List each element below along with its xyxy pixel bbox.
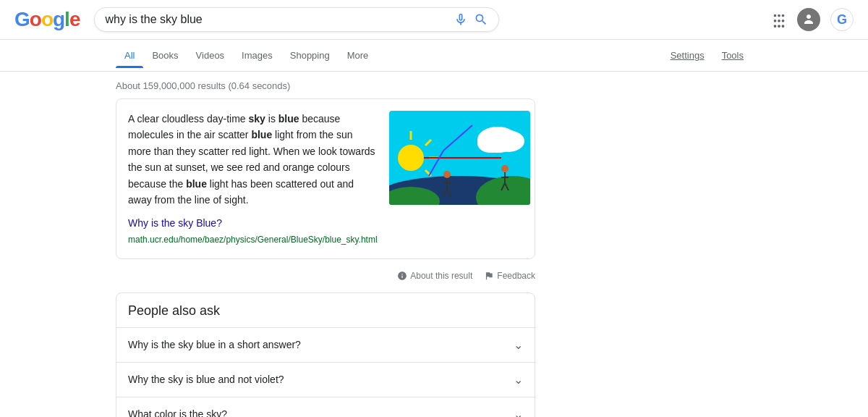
search-button[interactable] xyxy=(474,12,488,27)
tab-images[interactable]: Images xyxy=(233,43,281,68)
paa-question-2: Why the sky is blue and not violet? xyxy=(128,374,284,385)
logo-letter-g2: g xyxy=(53,8,64,30)
mic-icon[interactable] xyxy=(454,12,468,27)
paa-item-2[interactable]: Why the sky is blue and not violet? ⌄ xyxy=(116,362,535,397)
tools-link[interactable]: Tools xyxy=(713,43,752,68)
svg-point-22 xyxy=(501,165,509,172)
tab-all[interactable]: All xyxy=(116,43,143,68)
svg-point-17 xyxy=(443,171,451,178)
featured-snippet: A clear cloudless day-time sky is blue b… xyxy=(116,98,535,259)
results-count: About 159,000,000 results (0.64 seconds) xyxy=(116,72,535,98)
snippet-url: math.ucr.edu/home/baez/physics/General/B… xyxy=(128,233,378,247)
flag-icon xyxy=(484,271,494,281)
tab-shopping[interactable]: Shopping xyxy=(281,43,339,68)
google-logo[interactable]: Google xyxy=(14,8,80,31)
chevron-down-icon-3: ⌄ xyxy=(514,408,523,417)
account-icon[interactable] xyxy=(797,8,820,31)
header-right: G xyxy=(771,8,854,31)
snippet-text: A clear cloudless day-time sky is blue b… xyxy=(128,111,378,247)
snippet-title-link[interactable]: Why is the sky Blue? xyxy=(128,217,222,229)
feedback-button[interactable]: Feedback xyxy=(484,271,535,281)
logo-letter-e: e xyxy=(69,8,80,30)
snippet-image xyxy=(389,111,530,205)
snippet-link: Why is the sky Blue? math.ucr.edu/home/b… xyxy=(128,215,378,247)
results-area: About 159,000,000 results (0.64 seconds)… xyxy=(0,72,535,417)
paa-question-3: What color is the sky? xyxy=(128,408,227,417)
paa-item-3[interactable]: What color is the sky? ⌄ xyxy=(116,397,535,417)
info-icon xyxy=(397,271,407,281)
g-letter: G xyxy=(837,12,847,28)
apps-icon[interactable] xyxy=(771,12,787,28)
google-account-icon[interactable]: G xyxy=(830,8,854,31)
header: Google why is the sky blue xyxy=(0,0,868,40)
tab-more[interactable]: More xyxy=(339,43,378,68)
logo-letter-o2: o xyxy=(41,8,53,30)
paa-title: People also ask xyxy=(116,293,535,327)
tab-videos[interactable]: Videos xyxy=(187,43,234,68)
svg-point-8 xyxy=(477,134,503,153)
logo-letter-o1: o xyxy=(30,8,41,30)
feedback-label: Feedback xyxy=(497,271,535,281)
search-bar: why is the sky blue xyxy=(94,7,499,32)
snippet-text-part1: A clear cloudless day-time sky is blue b… xyxy=(128,113,375,206)
logo-letter-l: l xyxy=(64,8,69,30)
svg-point-9 xyxy=(398,145,424,171)
paa-question-1: Why is the sky blue in a short answer? xyxy=(128,339,301,350)
result-meta: About this result Feedback xyxy=(116,265,535,287)
people-also-ask: People also ask Why is the sky blue in a… xyxy=(116,292,535,417)
chevron-down-icon-1: ⌄ xyxy=(514,338,523,352)
paa-item-1[interactable]: Why is the sky blue in a short answer? ⌄ xyxy=(116,327,535,362)
search-input[interactable]: why is the sky blue xyxy=(105,13,448,26)
about-result-label: About this result xyxy=(410,271,472,281)
logo-letter-g: G xyxy=(14,8,30,30)
chevron-down-icon-2: ⌄ xyxy=(514,373,523,387)
nav-tabs: All Books Videos Images Shopping More Se… xyxy=(0,40,868,72)
svg-point-0 xyxy=(797,8,820,31)
settings-link[interactable]: Settings xyxy=(662,43,713,68)
about-result-button[interactable]: About this result xyxy=(397,271,472,281)
tab-books[interactable]: Books xyxy=(143,43,187,68)
